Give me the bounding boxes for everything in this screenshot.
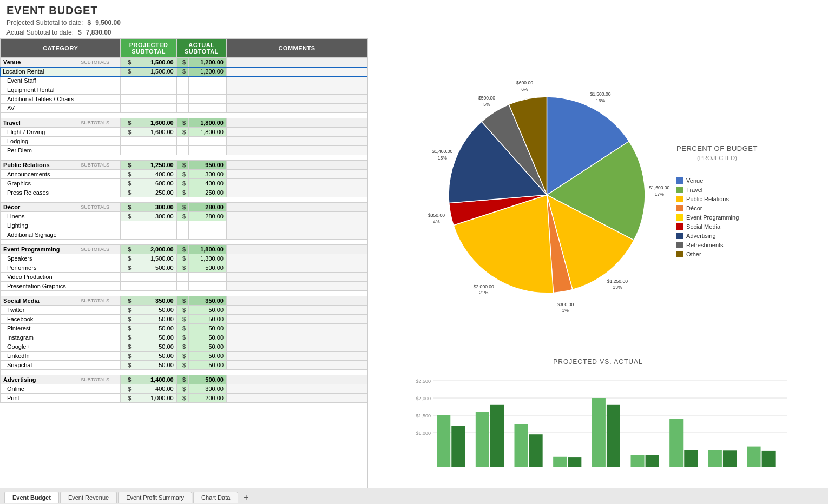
svg-text:$2,000.00: $2,000.00 — [474, 284, 494, 289]
legend-label: Other — [686, 251, 701, 257]
table-row: Video Production — [1, 273, 367, 282]
tab-event-profit-summary[interactable]: Event Profit Summary — [118, 492, 192, 503]
table-row: Online $ 400.00 $ 300.00 — [1, 384, 367, 394]
table-row: Travel SUBTOTALS $ 1,600.00 $ 1,800.00 — [1, 118, 367, 128]
actual-label: Actual Subtotal to date: — [6, 29, 74, 36]
svg-text:6%: 6% — [521, 87, 528, 92]
pie-chart-section: $1,500.0016%$1,600.0017%$1,250.0013%$300… — [373, 44, 823, 358]
legend-color — [676, 187, 683, 193]
table-row: Additional Signage — [1, 230, 367, 240]
table-row: Venue SUBTOTALS $ 1,500.00 $ 1,200.00 — [1, 58, 367, 67]
bar-projected — [553, 457, 567, 467]
pie-label-6: $1,400.0015% — [432, 149, 452, 160]
legend-label: Public Relations — [686, 196, 729, 202]
svg-text:17%: 17% — [655, 191, 665, 197]
pie-chart-container: $1,500.0016%$1,600.0017%$1,250.0013%$300… — [438, 87, 666, 315]
table-row: Speakers $ 1,500.00 $ 1,300.00 — [1, 254, 367, 263]
legend-color — [676, 242, 683, 248]
svg-text:$1,500: $1,500 — [416, 413, 431, 419]
projected-header: PROJECTEDSUBTOTAL — [121, 39, 176, 58]
legend-label: Refreshments — [686, 242, 723, 248]
projected-label: Projected Subtotal to date: — [6, 19, 83, 26]
legend-item-travel: Travel — [676, 187, 758, 193]
pie-title-block: PERCENT OF BUDGET (PROJECTED) — [676, 144, 758, 161]
bar-projected — [631, 455, 645, 467]
legend-color — [676, 251, 683, 257]
tab-chart-data[interactable]: Chart Data — [193, 492, 238, 503]
bar-projected — [669, 419, 683, 467]
legend-color — [676, 177, 683, 184]
table-row: Flight / Driving $ 1,600.00 $ 1,800.00 — [1, 128, 367, 137]
bar-actual — [607, 405, 620, 467]
legend-label: Décor — [686, 205, 702, 211]
budget-table: CATEGORY PROJECTEDSUBTOTAL ACTUALSUBTOTA… — [0, 38, 367, 403]
legend-item-social-media: Social Media — [676, 223, 758, 230]
table-row: Additional Tables / Chairs — [1, 95, 367, 104]
pie-label-5: $350.004% — [428, 213, 445, 224]
pie-title: PERCENT OF BUDGET — [676, 144, 758, 152]
svg-text:$1,500.00: $1,500.00 — [590, 91, 610, 97]
bar-projected — [437, 415, 450, 467]
projected-dollar: $ — [87, 19, 91, 26]
svg-text:$350.00: $350.00 — [428, 213, 445, 218]
page-title: EVENT BUDGET — [6, 4, 822, 17]
table-row: Graphics $ 600.00 $ 400.00 — [1, 179, 367, 188]
table-row: Event Programming SUBTOTALS $ 2,000.00 $… — [1, 245, 367, 254]
svg-text:$2,500: $2,500 — [416, 379, 431, 384]
legend-item-advertising: Advertising — [676, 233, 758, 239]
table-row: Equipment Rental — [1, 85, 367, 95]
comments-header: COMMENTS — [227, 39, 367, 58]
svg-text:$600.00: $600.00 — [516, 80, 533, 85]
table-row: Snapchat $ 50.00 $ 50.00 — [1, 361, 367, 370]
legend-color — [676, 214, 683, 221]
main-content: CATEGORY PROJECTEDSUBTOTAL ACTUALSUBTOTA… — [0, 38, 828, 504]
table-row: Linens $ 300.00 $ 280.00 — [1, 212, 367, 221]
bar-projected — [708, 450, 722, 467]
pie-svg: $1,500.0016%$1,600.0017%$1,250.0013%$300… — [438, 87, 666, 314]
svg-text:13%: 13% — [613, 284, 622, 290]
table-row: Presentation Graphics — [1, 282, 367, 291]
header: EVENT BUDGET Projected Subtotal to date:… — [0, 0, 828, 38]
tab-event-revenue[interactable]: Event Revenue — [60, 492, 117, 503]
actual-amount: 7,830.00 — [86, 29, 111, 36]
projected-amount: 9,500.00 — [95, 19, 121, 26]
add-tab-button[interactable]: + — [239, 492, 253, 503]
table-row: Print $ 1,000.00 $ 200.00 — [1, 394, 367, 403]
legend-color — [676, 223, 683, 230]
category-header: CATEGORY — [1, 39, 121, 58]
bar-svg: $2,500$2,000$1,500$1,000 — [373, 370, 823, 478]
table-row: Facebook $ 50.00 $ 50.00 — [1, 315, 367, 324]
bar-actual — [646, 455, 659, 467]
legend-color — [676, 196, 683, 202]
pie-label-2: $1,250.0013% — [607, 278, 628, 290]
pie-subtitle: (PROJECTED) — [676, 155, 758, 161]
svg-text:5%: 5% — [483, 102, 490, 107]
table-row: Lighting — [1, 221, 367, 230]
table-row: Press Releases $ 250.00 $ 250.00 — [1, 188, 367, 197]
bar-projected — [515, 424, 528, 467]
pie-label-8: $600.006% — [516, 80, 533, 91]
bar-chart-wrapper: $2,500$2,000$1,500$1,000 — [373, 370, 823, 478]
legend-item-venue: Venue — [676, 177, 758, 184]
bar-chart-section: PROJECTED vs. ACTUAL $2,500$2,000$1,500$… — [373, 358, 823, 499]
right-panel: $1,500.0016%$1,600.0017%$1,250.0013%$300… — [368, 38, 828, 504]
legend-label: Social Media — [686, 223, 720, 230]
pie-label-4: $2,000.0021% — [474, 284, 494, 295]
bar-actual — [762, 451, 776, 467]
svg-text:$1,600.00: $1,600.00 — [649, 185, 669, 190]
table-row: Instagram $ 50.00 $ 50.00 — [1, 333, 367, 342]
tab-event-budget[interactable]: Event Budget — [4, 492, 59, 503]
legend-item-refreshments: Refreshments — [676, 242, 758, 248]
pie-chart-right: PERCENT OF BUDGET (PROJECTED) VenueTrave… — [676, 144, 758, 257]
legend-item-event-programming: Event Programming — [676, 214, 758, 221]
legend-color — [676, 233, 683, 239]
spreadsheet[interactable]: CATEGORY PROJECTEDSUBTOTAL ACTUALSUBTOTA… — [0, 38, 368, 504]
table-row: Location Rental $ 1,500.00 $ 1,200.00 — [1, 67, 367, 76]
svg-text:16%: 16% — [596, 98, 606, 103]
actual-dollar: $ — [78, 29, 82, 36]
svg-text:$300.00: $300.00 — [557, 302, 574, 307]
bar-actual — [684, 450, 698, 467]
legend-label: Travel — [686, 187, 702, 193]
legend-label: Advertising — [686, 233, 715, 239]
svg-text:$1,400.00: $1,400.00 — [432, 149, 452, 154]
